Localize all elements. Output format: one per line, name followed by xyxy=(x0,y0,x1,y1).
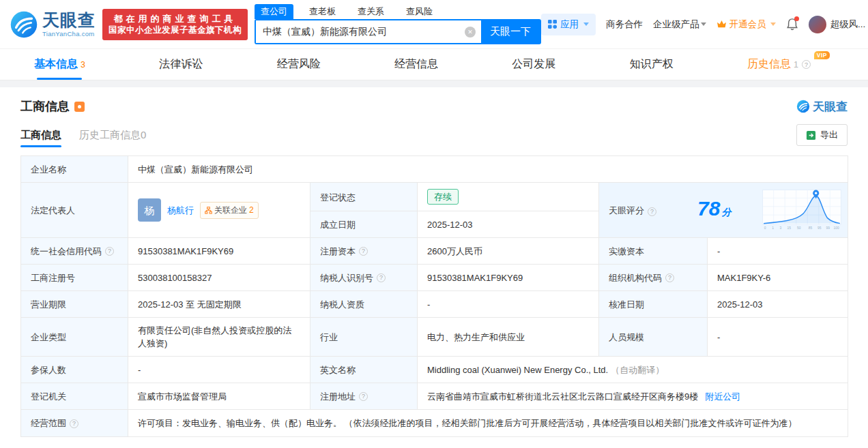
tab-label: 经营信息 xyxy=(394,57,438,72)
user-menu[interactable]: 超级风... xyxy=(809,16,868,33)
tab-history-info[interactable]: 历史信息 1 ? VIP xyxy=(740,49,824,80)
status-badge: 存续 xyxy=(427,189,459,205)
help-icon[interactable]: ? xyxy=(359,247,368,256)
label-text: 行业 xyxy=(320,332,338,342)
label-staff-size: 人员规模 xyxy=(599,318,708,357)
value-reg-capital: 2600万人民币 xyxy=(418,238,599,265)
legal-rep-block: 杨 杨航行 关联企业 2 xyxy=(138,198,300,222)
help-icon[interactable]: ? xyxy=(648,207,656,216)
label-biz-term: 营业期限 xyxy=(21,291,128,318)
logo-wave-icon xyxy=(796,100,810,113)
help-icon[interactable]: ? xyxy=(359,392,368,401)
tab-label: 基本信息 xyxy=(34,57,78,72)
watermark-logo: 天眼查 xyxy=(796,99,848,115)
tianyan-score-cell[interactable]: 天眼评分? 78分 xyxy=(599,183,848,238)
tab-label: 知识产权 xyxy=(630,57,674,72)
score-value: 78分 xyxy=(697,202,731,219)
tab-company-development[interactable]: 公司发展 xyxy=(505,49,562,80)
svg-text:50: 50 xyxy=(797,226,801,230)
export-button[interactable]: 导出 xyxy=(796,124,848,146)
search-input[interactable] xyxy=(256,20,465,43)
table-row: 登记机关 宣威市市场监督管理局 注册地址? 云南省曲靖市宣威市虹桥街道北云社区北… xyxy=(21,383,848,410)
subtab-business-info[interactable]: 工商信息 xyxy=(20,123,61,147)
score-label-cell: 天眼评分? xyxy=(609,204,697,217)
search-button[interactable]: 天眼一下 xyxy=(481,20,540,43)
slogan-line1: 都在用的商业查询工具 xyxy=(108,13,242,25)
value-reg-org: 宣威市市场监督管理局 xyxy=(128,383,310,410)
help-icon[interactable]: ? xyxy=(105,247,114,256)
svg-text:85: 85 xyxy=(809,226,813,230)
label-org-code: 组织机构代码? xyxy=(599,265,708,291)
help-icon[interactable]: ? xyxy=(70,419,78,428)
enterprise-product-label: 企业级产品 xyxy=(653,18,699,31)
slogan-badge: 都在用的商业查询工具 国家中小企业发展子基金旗下机构 xyxy=(102,9,248,40)
legal-rep-name-link[interactable]: 杨航行 xyxy=(167,204,194,217)
help-icon[interactable]: ? xyxy=(377,273,386,282)
section-title: 工商信息 xyxy=(20,98,70,115)
svg-text:99: 99 xyxy=(826,226,830,230)
related-companies-badge[interactable]: 关联企业 2 xyxy=(200,202,259,219)
search-tab-company[interactable]: 查公司 xyxy=(255,4,293,19)
business-coop-link[interactable]: 商务合作 xyxy=(606,18,643,31)
label-text: 成立日期 xyxy=(320,220,356,230)
label-english-name: 英文名称 xyxy=(310,357,418,383)
vip-menu[interactable]: 开通会员 xyxy=(717,18,776,31)
logo-wave-icon xyxy=(10,10,38,39)
search-tab-boss[interactable]: 查老板 xyxy=(303,4,342,19)
export-label: 导出 xyxy=(820,129,838,141)
related-label: 关联企业 xyxy=(214,204,247,217)
label-approve-date: 核准日期 xyxy=(599,291,708,318)
subtab-row: 工商信息 历史工商信息0 导出 xyxy=(20,123,848,147)
clear-icon[interactable]: ✕ xyxy=(465,27,476,38)
label-text: 登记状态 xyxy=(320,192,356,203)
label-reg-no: 工商注册号 xyxy=(21,265,128,291)
svg-text:15: 15 xyxy=(787,226,792,230)
subtab-history-business-info[interactable]: 历史工商信息0 xyxy=(79,123,146,147)
logo-domain: TianYanCha.com xyxy=(42,30,96,38)
apps-label: 应用 xyxy=(560,18,579,31)
tab-intellectual-property[interactable]: 知识产权 xyxy=(623,49,680,80)
label-taxpayer-id: 纳税人识别号? xyxy=(310,265,418,291)
related-count: 2 xyxy=(249,204,254,217)
section-flag-icon xyxy=(74,102,85,112)
help-icon[interactable]: ? xyxy=(802,60,811,69)
slogan-line2: 国家中小企业发展子基金旗下机构 xyxy=(108,25,242,36)
label-reg-capital: 注册资本? xyxy=(310,238,418,265)
value-reg-address: 云南省曲靖市宣威市虹桥街道北云社区北云路口宣威经开区商务楼9楼附近公司 xyxy=(418,383,848,410)
watermark-text: 天眼查 xyxy=(813,99,848,115)
chevron-down-icon xyxy=(583,23,589,26)
enterprise-product-menu[interactable]: 企业级产品 xyxy=(653,18,706,31)
notification-bell[interactable] xyxy=(786,18,798,31)
value-company-type: 有限责任公司(非自然人投资或控股的法人独资) xyxy=(128,318,310,357)
label-text: 营业期限 xyxy=(31,299,66,310)
tab-count: 1 xyxy=(794,60,798,70)
label-text: 注册资本 xyxy=(320,246,356,256)
apps-menu[interactable]: 应用 xyxy=(541,14,596,35)
business-info-table: 企业名称 中煤（宣威）新能源有限公司 法定代表人 杨 杨航行 xyxy=(20,155,848,437)
table-row: 统一社会信用代码? 91530381MAK1F9KY69 注册资本? 2600万… xyxy=(21,238,848,265)
legal-rep-avatar[interactable]: 杨 xyxy=(138,198,161,222)
label-credit-code: 统一社会信用代码? xyxy=(21,238,128,265)
tab-basic-info[interactable]: 基本信息 3 xyxy=(27,49,92,80)
avatar xyxy=(809,16,826,33)
tab-operating-info[interactable]: 经营信息 xyxy=(388,49,445,80)
label-legal-rep: 法定代表人 xyxy=(21,183,128,238)
label-text: 纳税人识别号 xyxy=(320,273,373,283)
label-text: 统一社会信用代码 xyxy=(31,246,102,256)
search-area: 查公司 查老板 查关系 查风险 ✕ 天眼一下 xyxy=(255,4,541,44)
tab-label: 法律诉讼 xyxy=(159,57,203,72)
tab-label: 历史信息 xyxy=(747,57,791,72)
value-company-name: 中煤（宣威）新能源有限公司 xyxy=(128,156,848,183)
search-tab-relation[interactable]: 查关系 xyxy=(351,4,390,19)
nearby-companies-link[interactable]: 附近公司 xyxy=(705,391,740,402)
search-box: ✕ 天眼一下 xyxy=(255,19,541,44)
score-unit: 分 xyxy=(721,207,731,218)
svg-text:0: 0 xyxy=(764,226,766,230)
tianyancha-logo[interactable]: 天眼查 TianYanCha.com xyxy=(10,10,96,39)
search-tabs: 查公司 查老板 查关系 查风险 xyxy=(255,4,541,19)
help-icon[interactable]: ? xyxy=(665,273,674,282)
tab-operating-risk[interactable]: 经营风险 xyxy=(270,49,328,80)
tab-legal-proceedings[interactable]: 法律诉讼 xyxy=(152,49,209,80)
label-est-date: 成立日期 xyxy=(310,211,418,238)
search-tab-risk[interactable]: 查风险 xyxy=(400,4,439,19)
